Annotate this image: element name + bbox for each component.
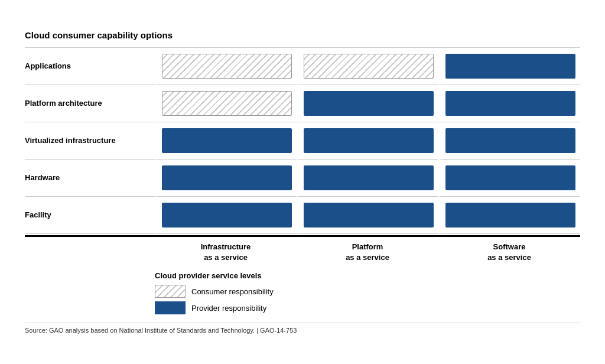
col-header-iaas: Infrastructureas a service [155, 237, 297, 265]
cell-inner-applications-saas [445, 54, 575, 79]
cell-virt-iaas [155, 122, 297, 160]
cell-hardware-iaas [155, 160, 297, 197]
cell-applications-iaas [155, 48, 297, 85]
source-text: Source: GAO analysis based on National I… [25, 323, 580, 334]
row-label-facility: Facility [25, 197, 155, 234]
cell-hardware-saas [438, 160, 580, 197]
legend-box-consumer [155, 285, 186, 298]
row-label-hardware: Hardware [25, 160, 155, 197]
column-headers: Infrastructureas a service Platformas a … [25, 235, 580, 265]
cell-facility-saas [438, 197, 580, 234]
col-header-saas: Softwareas a service [438, 237, 580, 265]
cell-facility-paas [297, 197, 438, 234]
cell-inner-applications-paas [304, 54, 434, 79]
cell-inner-hardware-paas [304, 165, 434, 190]
cell-platform-paas [297, 85, 438, 122]
cell-inner-virt-iaas [162, 128, 292, 153]
col-header-empty [25, 237, 155, 265]
cell-platform-saas [438, 85, 580, 122]
service-levels-title: Cloud provider service levels [155, 271, 580, 280]
cell-virt-saas [438, 122, 580, 160]
row-label-platform-architecture: Platform architecture [25, 85, 155, 122]
cell-inner-platform-iaas [162, 91, 292, 116]
cell-inner-facility-iaas [162, 203, 292, 228]
row-label-virt-infra: Virtualized infrastructure [25, 122, 155, 160]
legend-label-consumer: Consumer responsibility [191, 287, 274, 296]
cell-hardware-paas [297, 160, 438, 197]
cell-inner-applications-iaas [162, 54, 292, 79]
row-label-applications: Applications [25, 48, 155, 85]
legend-item-provider: Provider responsibility [155, 301, 580, 314]
legend-box-provider [155, 301, 186, 314]
cell-inner-facility-saas [445, 203, 575, 228]
legend: Consumer responsibility Provider respons… [155, 285, 580, 314]
cell-inner-platform-saas [445, 91, 575, 116]
legend-item-consumer: Consumer responsibility [155, 285, 580, 298]
main-container: Cloud consumer capability options Applic… [19, 18, 586, 346]
cell-inner-hardware-iaas [162, 165, 292, 190]
data-grid: Applications Platform architecture Virtu… [25, 47, 580, 234]
cell-virt-paas [297, 122, 438, 160]
legend-label-provider: Provider responsibility [191, 304, 266, 313]
chart-title: Cloud consumer capability options [25, 30, 580, 40]
cell-platform-iaas [155, 85, 297, 122]
cell-inner-facility-paas [304, 203, 434, 228]
cell-inner-virt-saas [445, 128, 575, 153]
cell-inner-platform-paas [304, 91, 434, 116]
col-header-paas: Platformas a service [297, 237, 438, 265]
cell-inner-hardware-saas [445, 165, 575, 190]
cell-facility-iaas [155, 197, 297, 234]
cell-inner-virt-paas [304, 128, 434, 153]
cell-applications-paas [297, 48, 438, 85]
cell-applications-saas [438, 48, 580, 85]
